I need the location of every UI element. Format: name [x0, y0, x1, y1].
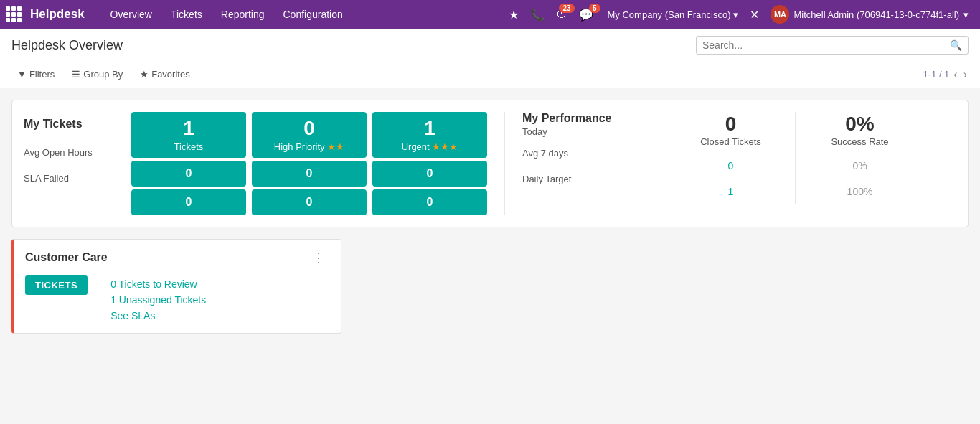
- team-card-menu-btn[interactable]: ⋮: [308, 248, 329, 267]
- groupby-icon: ☰: [72, 69, 80, 80]
- urgent-label: Urgent ★★★: [381, 141, 479, 152]
- page-title: Helpdesk Overview: [11, 38, 690, 53]
- team-card-body: TICKETS 0 Tickets to Review 1 Unassigned…: [25, 275, 329, 321]
- success-target-val: 100%: [807, 179, 913, 204]
- team-card-links: 0 Tickets to Review 1 Unassigned Tickets…: [110, 275, 206, 321]
- my-tickets-label-col: My Tickets Avg Open Hours SLA Failed: [24, 112, 131, 191]
- activity-badge: 23: [559, 4, 574, 13]
- pagination-info: 1-1 / 1 ‹ ›: [923, 68, 969, 81]
- messages-icon-btn[interactable]: 💬 5: [576, 6, 596, 23]
- top-navigation: Helpdesk Overview Tickets Reporting Conf…: [0, 0, 980, 29]
- high-priority-sla-sub[interactable]: 0: [252, 189, 367, 215]
- closed-tickets-label: Closed Tickets: [678, 136, 783, 147]
- menu-configuration[interactable]: Configuration: [274, 4, 351, 24]
- activity-icon-btn[interactable]: ⏱ 23: [553, 6, 570, 22]
- menu-reporting[interactable]: Reporting: [212, 4, 273, 24]
- perf-target-label: Daily Target: [522, 166, 666, 192]
- closed-target-val[interactable]: 1: [678, 179, 783, 204]
- tickets-col-1: 0 High Priority ★★ 0 0: [252, 112, 367, 215]
- prev-page-btn[interactable]: ‹: [952, 68, 958, 81]
- filter-bar: ▼ Filters ☰ Group By ★ Favorites 1-1 / 1…: [0, 62, 980, 88]
- high-priority-label: High Priority ★★: [260, 141, 358, 152]
- my-tickets-section: My Tickets Avg Open Hours SLA Failed 1 T…: [24, 112, 487, 215]
- next-page-btn[interactable]: ›: [962, 68, 969, 81]
- high-priority-count: 0: [260, 118, 358, 140]
- urgent-avg-sub[interactable]: 0: [372, 161, 487, 187]
- favorites-btn[interactable]: ★ Favorites: [134, 67, 195, 82]
- close-company-btn[interactable]: ✕: [750, 8, 759, 22]
- user-menu[interactable]: MA Mitchell Admin (706941-13-0-c774f1-al…: [765, 2, 974, 27]
- success-rate-label: Success Rate: [807, 136, 913, 147]
- section-divider: [504, 112, 505, 215]
- avatar: MA: [771, 5, 789, 24]
- closed-tickets-col: 0 Closed Tickets 0 1: [666, 112, 795, 204]
- tickets-label: Tickets: [140, 141, 237, 152]
- star-icon-btn[interactable]: ★: [506, 6, 522, 23]
- team-card-title: Customer Care: [25, 251, 108, 264]
- tickets-col-2: 1 Urgent ★★★ 0 0: [372, 112, 487, 215]
- tickets-action-btn[interactable]: TICKETS: [25, 275, 88, 295]
- tickets-grid: 1 Tickets 0 0 0 High Priority ★★: [131, 112, 487, 215]
- urgent-main-card[interactable]: 1 Urgent ★★★: [372, 112, 487, 158]
- perf-today-label: Today: [522, 126, 666, 137]
- phone-icon-btn[interactable]: 📞: [527, 6, 547, 23]
- pagination-text: 1-1 / 1: [923, 69, 949, 80]
- messages-badge: 5: [589, 4, 600, 13]
- customer-care-card: Customer Care ⋮ TICKETS 0 Tickets to Rev…: [11, 239, 341, 334]
- high-priority-stars: ★★: [327, 141, 344, 152]
- subheader: Helpdesk Overview 🔍: [0, 29, 980, 62]
- tickets-avg-sub[interactable]: 0: [131, 161, 246, 187]
- search-icon: 🔍: [950, 39, 962, 51]
- closed-avg-val[interactable]: 0: [678, 153, 783, 179]
- tickets-col-0: 1 Tickets 0 0: [131, 112, 246, 215]
- brand-logo: Helpdesk: [30, 7, 85, 22]
- high-priority-avg-sub[interactable]: 0: [252, 161, 367, 187]
- team-cards-row: Customer Care ⋮ TICKETS 0 Tickets to Rev…: [11, 239, 969, 334]
- tickets-main-card[interactable]: 1 Tickets: [131, 112, 246, 158]
- sla-failed-label: SLA Failed: [24, 165, 131, 191]
- urgent-count: 1: [381, 118, 479, 140]
- search-box[interactable]: 🔍: [696, 36, 969, 55]
- avg-open-hours-label: Avg Open Hours: [24, 139, 131, 165]
- perf-heading: My Performance: [522, 112, 666, 125]
- perf-avg-label: Avg 7 days: [522, 140, 666, 166]
- menu-tickets[interactable]: Tickets: [162, 4, 211, 24]
- company-selector[interactable]: My Company (San Francisco) ▾: [602, 6, 745, 23]
- filter-icon: ▼: [17, 69, 27, 80]
- team-card-header: Customer Care ⋮: [25, 248, 329, 267]
- success-rate-col: 0% Success Rate 0% 100%: [795, 112, 924, 204]
- main-menu: Overview Tickets Reporting Configuration: [102, 4, 503, 24]
- filters-btn[interactable]: ▼ Filters: [11, 67, 60, 82]
- stats-panel: My Tickets Avg Open Hours SLA Failed 1 T…: [11, 100, 969, 227]
- groupby-btn[interactable]: ☰ Group By: [66, 67, 128, 82]
- success-avg-val: 0%: [807, 153, 913, 179]
- see-slas-link[interactable]: See SLAs: [110, 310, 206, 321]
- tickets-button-col: TICKETS: [25, 275, 88, 298]
- perf-left-col: My Performance Today Avg 7 days Daily Ta…: [522, 112, 666, 192]
- tickets-sla-sub[interactable]: 0: [131, 189, 246, 215]
- unassigned-tickets-link[interactable]: 1 Unassigned Tickets: [110, 294, 206, 306]
- tickets-count: 1: [140, 118, 237, 140]
- search-input[interactable]: [702, 39, 950, 51]
- menu-overview[interactable]: Overview: [102, 4, 161, 24]
- main-content: My Tickets Avg Open Hours SLA Failed 1 T…: [0, 88, 980, 345]
- closed-tickets-count: 0: [678, 112, 783, 136]
- success-rate-count: 0%: [807, 112, 913, 136]
- tickets-to-review-link[interactable]: 0 Tickets to Review: [110, 278, 206, 290]
- apps-grid-icon[interactable]: [6, 6, 22, 22]
- topnav-icons: ★ 📞 ⏱ 23 💬 5 My Company (San Francisco) …: [506, 2, 974, 27]
- high-priority-main-card[interactable]: 0 High Priority ★★: [252, 112, 367, 158]
- urgent-stars: ★★★: [432, 141, 458, 152]
- urgent-sla-sub[interactable]: 0: [372, 189, 487, 215]
- my-performance-section: My Performance Today Avg 7 days Daily Ta…: [522, 112, 924, 215]
- star-icon: ★: [140, 69, 149, 80]
- my-tickets-heading: My Tickets: [24, 118, 131, 131]
